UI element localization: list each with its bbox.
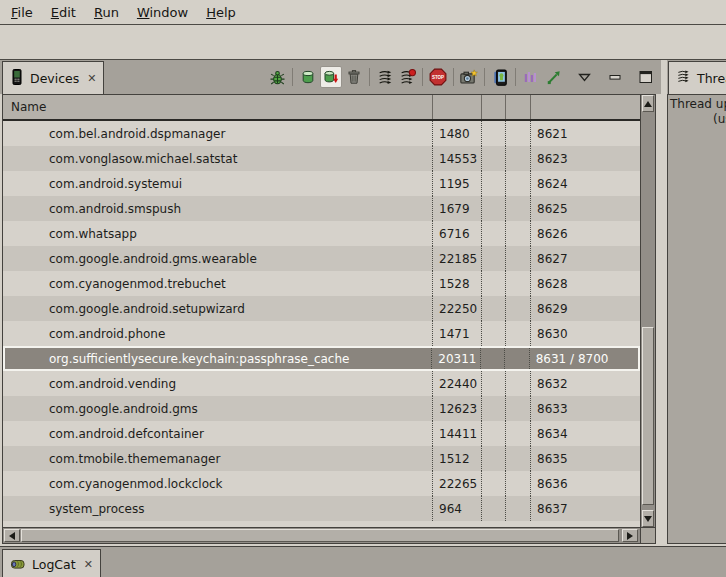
cell-ports: 8627 [531,246,640,271]
table-row[interactable]: com.cyanogenmod.trebuchet15288628 [3,271,640,296]
close-icon[interactable]: ✕ [87,72,96,85]
table-row[interactable]: com.whatsapp67168626 [3,221,640,246]
table-row[interactable]: com.google.android.gms.wearable221858627 [3,246,640,271]
cell-ports: 8634 [531,421,640,446]
toolbar-separator [369,68,370,86]
toolbar-separator [515,68,516,86]
cell-ports: 8636 [531,471,640,496]
devices-tabbar: Devices ✕ [0,60,661,94]
table-row[interactable]: com.google.android.gms126238633 [3,396,640,421]
view-menu-icon[interactable] [574,67,594,87]
cell-ports: 8632 [531,371,640,396]
threads-message-line2: (use toolbar button to enable) [713,112,726,126]
table-row[interactable]: com.android.phone14718630 [3,321,640,346]
svg-text:STOP: STOP [432,75,444,80]
table-row[interactable]: com.android.systemui11958624 [3,171,640,196]
systrace-icon[interactable] [521,67,541,87]
scroll-up-button[interactable] [642,95,654,112]
update-threads-icon[interactable] [375,67,395,87]
scroll-left-button[interactable] [4,529,20,542]
cell-c2 [506,121,531,146]
update-heap-icon[interactable] [298,67,318,87]
device-table-rows: com.bel.android.dspmanager14808621com.vo… [3,121,640,521]
cell-ports: 8624 [531,171,640,196]
menu-help[interactable]: Help [197,2,245,23]
screen-capture-icon[interactable] [459,67,479,87]
cell-pid: 14553 [433,146,482,171]
cell-c1 [482,496,506,521]
vertical-scrollbar[interactable] [640,95,655,527]
cell-name: com.android.defcontainer [3,421,433,446]
cell-c1 [482,321,506,346]
menu-run[interactable]: Run [85,2,128,23]
cell-ports: 8637 [531,496,640,521]
tab-threads[interactable]: Threads [668,61,726,94]
cell-name: system_process [3,496,433,521]
phone-icon [10,69,24,88]
cell-ports: 8626 [531,221,640,246]
table-row[interactable]: com.android.defcontainer144118634 [3,421,640,446]
cell-c2 [506,271,531,296]
table-row[interactable]: com.vonglasow.michael.satstat145538623 [3,146,640,171]
cell-pid: 22440 [433,371,482,396]
menu-bar: File Edit Run Window Help [0,0,726,25]
cell-pid: 1512 [433,446,482,471]
table-row[interactable]: system_process9648637 [3,496,640,521]
cause-gc-icon[interactable] [344,67,364,87]
table-row[interactable]: com.tmobile.thememanager15128635 [3,446,640,471]
threads-message-area: Thread updates not enabled for selected … [667,94,726,544]
scroll-down-button[interactable] [642,510,654,527]
cell-c1 [481,348,505,369]
table-row[interactable]: com.cyanogenmod.lockclock222658636 [3,471,640,496]
table-header: Name [3,95,640,121]
cell-name: com.android.smspush [3,196,433,221]
dump-hprof-icon[interactable] [320,66,342,88]
horizontal-scroll-thumb[interactable] [21,529,619,542]
tab-logcat-label: LogCat [32,557,76,572]
cell-pid: 12623 [433,396,482,421]
debug-process-icon[interactable] [267,67,287,87]
toolbar-separator [484,68,485,86]
table-row[interactable]: org.sufficientlysecure.keychain:passphra… [3,346,640,371]
tab-devices[interactable]: Devices ✕ [2,61,104,94]
menu-edit[interactable]: Edit [42,2,85,23]
scroll-right-button[interactable] [622,529,638,542]
cell-pid: 14411 [433,421,482,446]
cell-name: org.sufficientlysecure.keychain:passphra… [5,348,432,369]
header-name[interactable]: Name [3,95,433,119]
table-row[interactable]: com.google.android.setupwizard222508629 [3,296,640,321]
cell-c1 [482,296,506,321]
header-ports[interactable] [531,95,640,119]
close-icon[interactable]: ✕ [84,558,93,571]
horizontal-scrollbar[interactable] [3,527,640,543]
android-device-icon[interactable] [490,67,510,87]
cell-pid: 20311 [432,348,481,369]
start-method-profiling-icon[interactable] [397,67,417,87]
menu-file[interactable]: File [2,2,42,23]
opengl-trace-icon[interactable] [543,67,563,87]
table-row[interactable]: com.bel.android.dspmanager14808621 [3,121,640,146]
main-area: Devices ✕ [0,60,726,546]
menu-window[interactable]: Window [128,2,197,23]
maximize-icon[interactable] [636,67,656,87]
logcat-icon [10,555,26,574]
cell-ports: 8628 [531,271,640,296]
stop-process-icon[interactable]: STOP [428,67,448,87]
minimize-icon[interactable] [605,67,625,87]
cell-name: com.vonglasow.michael.satstat [3,146,433,171]
header-col3[interactable] [482,95,506,119]
tab-logcat[interactable]: LogCat ✕ [2,549,101,577]
cell-pid: 6716 [433,221,482,246]
cell-pid: 1195 [433,171,482,196]
cell-c2 [505,348,530,369]
toolbar-strip [0,25,726,60]
cell-c1 [482,221,506,246]
table-row[interactable]: com.android.smspush16798625 [3,196,640,221]
table-row[interactable]: com.android.vending224408632 [3,371,640,396]
cell-ports: 8635 [531,446,640,471]
cell-ports: 8630 [531,321,640,346]
scrollbar-corner [640,527,655,543]
vertical-scroll-thumb[interactable] [642,327,654,505]
header-pid[interactable] [433,95,482,119]
header-col4[interactable] [506,95,531,119]
